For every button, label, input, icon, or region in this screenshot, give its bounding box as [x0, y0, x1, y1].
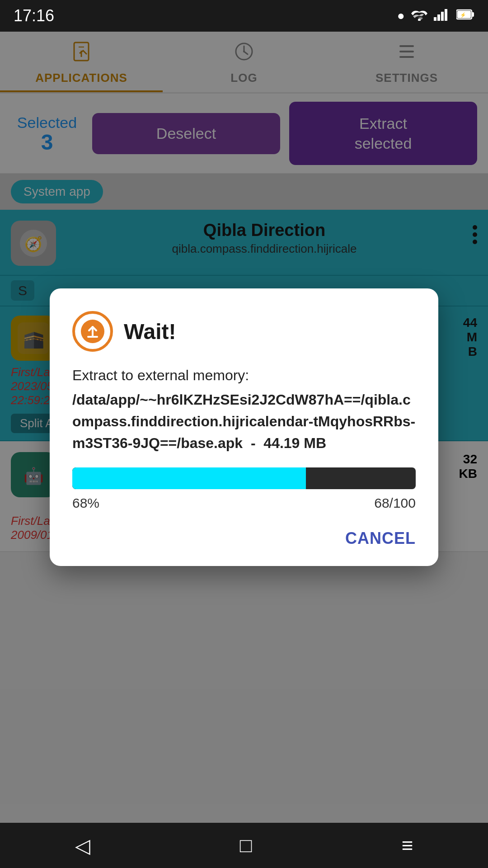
- modal-actions: CANCEL: [72, 529, 416, 548]
- svg-rect-1: [434, 17, 436, 21]
- status-icons: ● ⚡: [397, 8, 474, 24]
- upload-icon: [79, 318, 106, 345]
- modal-title: Wait!: [124, 319, 176, 344]
- svg-rect-4: [445, 9, 447, 21]
- battery-icon: ⚡: [456, 8, 474, 24]
- svg-rect-6: [472, 12, 474, 17]
- svg-rect-2: [437, 14, 440, 21]
- menu-button[interactable]: ≡: [384, 830, 432, 861]
- progress-count: 68/100: [374, 495, 416, 511]
- progress-percent: 68%: [72, 495, 99, 511]
- progress-bar-fill: [72, 467, 306, 489]
- extract-label: Extract to external memory:: [72, 364, 416, 386]
- cancel-button[interactable]: CANCEL: [345, 529, 416, 548]
- wait-icon: [72, 311, 113, 352]
- extract-path: /data/app/~~hr6lKZHzSEsi2J2CdW87hA==/qib…: [72, 389, 416, 454]
- nav-bar: ◁ □ ≡: [0, 823, 488, 868]
- extraction-modal: Wait! Extract to external memory: /data/…: [50, 288, 438, 566]
- home-button[interactable]: □: [222, 830, 270, 861]
- svg-text:⚡: ⚡: [460, 12, 466, 18]
- modal-body: Extract to external memory: /data/app/~~…: [72, 364, 416, 454]
- extract-size: 44.19 MB: [263, 435, 326, 451]
- svg-rect-3: [441, 12, 444, 21]
- status-time: 17:16: [14, 6, 54, 25]
- modal-header: Wait!: [72, 311, 416, 352]
- notification-icon: ●: [397, 9, 405, 23]
- status-bar: 17:16 ● ⚡: [0, 0, 488, 32]
- progress-bar-container: [72, 467, 416, 489]
- signal-icon: [434, 8, 450, 24]
- modal-overlay: Wait! Extract to external memory: /data/…: [0, 32, 488, 823]
- back-button[interactable]: ◁: [57, 830, 108, 862]
- progress-labels: 68% 68/100: [72, 495, 416, 511]
- app-container: APPLICATIONS LOG SETTINGS: [0, 32, 488, 823]
- wifi-icon: [411, 8, 427, 24]
